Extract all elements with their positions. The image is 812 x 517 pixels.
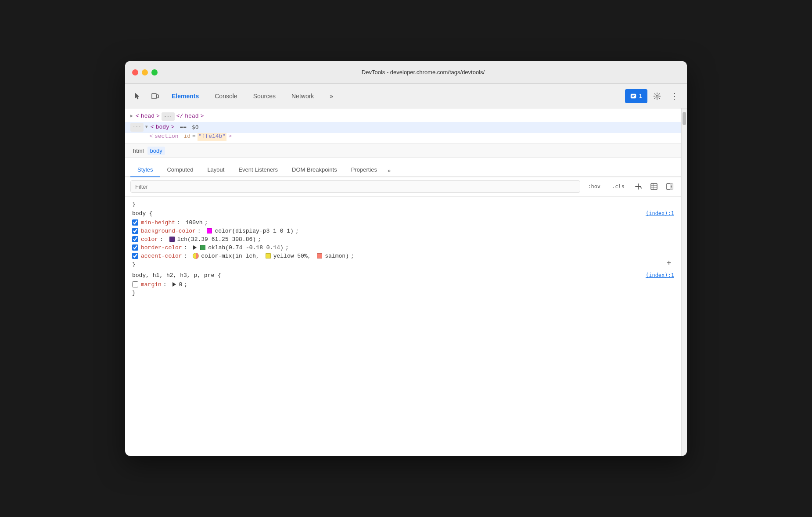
window-title: DevTools - developer.chrome.com/tags/dev…: [166, 69, 680, 75]
css-prop-accent-color: accent-color : color-mix(in lch, yellow …: [125, 252, 681, 260]
tab-styles[interactable]: Styles: [130, 163, 160, 177]
right-buttons: 1 ⋮: [625, 88, 683, 104]
svg-point-3: [656, 95, 658, 97]
closing-brace-body: }: [125, 260, 681, 269]
prop-name-border-color: border-color: [141, 244, 182, 251]
swatch-yellow[interactable]: [266, 253, 271, 258]
maximize-button[interactable]: [151, 69, 158, 75]
svg-rect-1: [157, 95, 158, 98]
tab-sources[interactable]: Sources: [246, 88, 283, 104]
breadcrumb-html[interactable]: html: [130, 147, 147, 155]
tab-layout[interactable]: Layout: [200, 163, 231, 177]
closing-brace-body-all: }: [125, 289, 681, 297]
prop-name-margin: margin: [141, 281, 162, 288]
devtools-window: DevTools - developer.chrome.com/tags/dev…: [125, 61, 687, 456]
scrollbar-thumb[interactable]: [683, 112, 686, 125]
hov-button[interactable]: :hov: [584, 181, 604, 192]
css-source-link-body-all[interactable]: (index):1: [646, 272, 674, 278]
checkbox-margin[interactable]: [132, 281, 138, 287]
force-element-state-button[interactable]: [648, 180, 660, 193]
cursor-icon-btn[interactable]: [129, 88, 145, 104]
more-options-btn[interactable]: ⋮: [667, 88, 683, 104]
tree-arrow-head: ▶: [130, 113, 133, 120]
prop-value-min-height[interactable]: 100vh: [186, 219, 203, 226]
prop-value-background-color[interactable]: color(display-p3 1 0 1): [215, 228, 293, 234]
checkbox-color[interactable]: [132, 236, 138, 242]
checkbox-min-height[interactable]: [132, 219, 138, 226]
devtools-main: ▶ <head> ··· </head> ··· ▼ <body> == $0 …: [125, 108, 687, 456]
css-rule-body: body { (index):1 min-height : 100vh ;: [125, 208, 681, 269]
swatch-salmon[interactable]: [317, 253, 322, 258]
prop-value-border-color[interactable]: oklab(0.74 -0.18 0.14): [208, 244, 284, 251]
toggle-sidebar-button[interactable]: [664, 180, 676, 193]
collapsed-dots[interactable]: ···: [162, 112, 175, 121]
device-toolbar-btn[interactable]: [147, 88, 163, 104]
html-tree: ▶ <head> ··· </head> ··· ▼ <body> == $0 …: [125, 108, 681, 144]
tab-more-styles[interactable]: »: [384, 164, 394, 177]
right-scrollbar[interactable]: [682, 108, 687, 456]
css-content: } body { (index):1 min-height : 100vh ;: [125, 197, 681, 456]
add-rule-button[interactable]: +: [664, 258, 674, 269]
devtools-left-panel: ▶ <head> ··· </head> ··· ▼ <body> == $0 …: [125, 108, 682, 456]
title-bar: DevTools - developer.chrome.com/tags/dev…: [125, 61, 687, 84]
tab-console[interactable]: Console: [208, 88, 244, 104]
more-icon: ⋮: [671, 91, 679, 101]
minimize-button[interactable]: [142, 69, 148, 75]
prop-name-color: color: [141, 236, 158, 243]
css-source-link-body[interactable]: (index):1: [646, 210, 674, 216]
css-rule-header-body-selectors: body, h1, h2, h3, p, pre { (index):1: [125, 270, 681, 280]
breadcrumb-body[interactable]: body: [147, 147, 165, 155]
css-selector-body-all: body, h1, h2, h3, p, pre {: [132, 272, 221, 279]
cls-button[interactable]: .cls: [608, 181, 629, 192]
tree-row-head[interactable]: ▶ <head> ··· </head>: [125, 111, 681, 122]
css-prop-color: color : lch(32.39 61.25 308.86) ;: [125, 235, 681, 244]
add-style-button[interactable]: [632, 180, 644, 193]
swatch-color[interactable]: [169, 237, 175, 242]
css-rule-body-selectors: body, h1, h2, h3, p, pre { (index):1 mar…: [125, 270, 681, 297]
tree-row-body[interactable]: ··· ▼ <body> == $0: [125, 122, 681, 133]
swatch-background-color[interactable]: [207, 228, 212, 233]
prop-value-margin[interactable]: 0: [179, 281, 182, 288]
tab-event-listeners[interactable]: Event Listeners: [231, 163, 285, 177]
svg-rect-0: [152, 93, 156, 99]
css-prop-border-color: border-color : oklab(0.74 -0.18 0.14) ;: [125, 244, 681, 252]
breadcrumb: html body: [125, 144, 681, 158]
css-rule-header-body: body { (index):1: [125, 208, 681, 219]
filter-input[interactable]: [130, 180, 580, 193]
swatch-border-color[interactable]: [200, 245, 205, 250]
styles-tab-bar: Styles Computed Layout Event Listeners D…: [125, 158, 681, 177]
prev-closing-brace: }: [125, 200, 681, 208]
css-selector-body: body {: [132, 210, 153, 217]
prop-value-salmon[interactable]: salmon): [325, 253, 349, 259]
prop-value-color[interactable]: lch(32.39 61.25 308.86): [177, 236, 256, 243]
checkbox-border-color[interactable]: [132, 244, 138, 251]
badge-count: 1: [639, 93, 642, 99]
tab-elements[interactable]: Elements: [165, 88, 206, 104]
tab-dom-breakpoints[interactable]: DOM Breakpoints: [285, 163, 344, 177]
prop-value-yellow[interactable]: yellow 50%,: [273, 253, 315, 259]
prop-name-background-color: background-color: [141, 228, 196, 234]
checkbox-accent-color[interactable]: [132, 253, 138, 259]
settings-btn[interactable]: [649, 88, 665, 104]
svg-rect-2: [631, 94, 636, 98]
swatch-accent-color-mix[interactable]: [193, 253, 199, 259]
tab-more[interactable]: »: [323, 88, 340, 104]
triangle-margin[interactable]: [172, 282, 176, 287]
badge-button[interactable]: 1: [625, 89, 647, 103]
svg-rect-4: [651, 183, 657, 190]
dollar-zero: $0: [192, 123, 199, 132]
triangle-border-color[interactable]: [193, 245, 197, 250]
tab-computed[interactable]: Computed: [160, 163, 200, 177]
checkbox-background-color[interactable]: [132, 228, 138, 234]
traffic-lights: [132, 69, 158, 75]
tree-row-partial[interactable]: <section id= "ffe14b" >: [125, 133, 681, 141]
tab-properties[interactable]: Properties: [344, 163, 384, 177]
prop-value-accent-color-prefix: color-mix(in lch,: [201, 253, 262, 259]
tab-network[interactable]: Network: [284, 88, 321, 104]
equals-sign: ==: [176, 123, 190, 132]
devtools-tab-bar: Elements Console Sources Network » 1 ⋮: [125, 84, 687, 108]
css-prop-margin: margin : 0 ;: [125, 280, 681, 289]
prop-name-min-height: min-height: [141, 219, 175, 226]
close-button[interactable]: [132, 69, 138, 75]
prop-name-accent-color: accent-color: [141, 253, 182, 259]
